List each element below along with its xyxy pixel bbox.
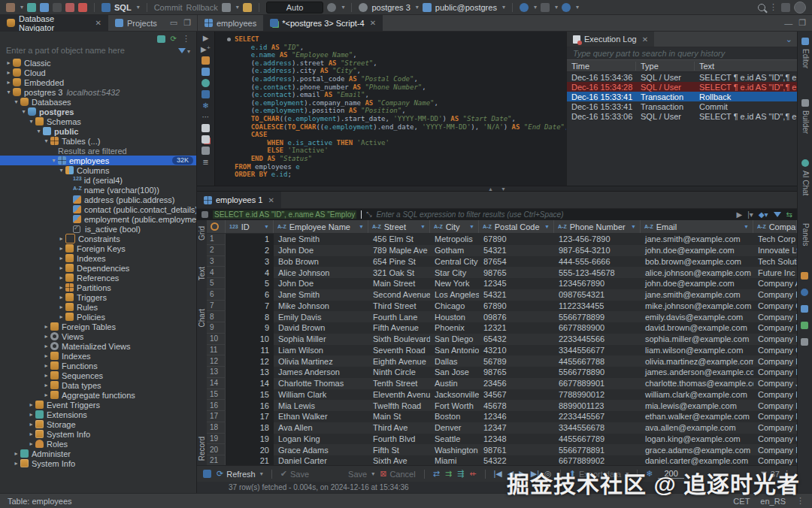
tree-item-results-are-filtered[interactable]: Results are filtered xyxy=(0,146,196,156)
tab-employees-editor[interactable]: employees xyxy=(198,15,263,31)
kebab-menu-icon[interactable]: ⋮ xyxy=(796,496,804,506)
cell-id[interactable]: 9 xyxy=(226,322,274,334)
log-row[interactable]: Dec-16 15:33:41TransactionRollback xyxy=(567,92,797,101)
cell-phone-number[interactable]: 123-456-7890 xyxy=(554,234,641,245)
tree-item-event-triggers[interactable]: ▸Event Triggers xyxy=(0,400,196,410)
filter-icon[interactable] xyxy=(774,212,781,217)
tab-script-4[interactable]: *<postgres 3> Script-4 ✕ xyxy=(263,15,383,31)
cell-postal-code[interactable]: 12321 xyxy=(479,322,554,334)
cell-email[interactable]: bob.brown@example.com xyxy=(641,256,753,268)
table-row[interactable]: 11Jane Smith456 Elm StMetropolis67890123… xyxy=(207,234,797,245)
column-header-postal-code[interactable]: A-ZPostal Code▼ xyxy=(479,220,554,233)
chevron-down-icon[interactable]: ▾ xyxy=(35,128,43,135)
chevron-right-icon[interactable]: ▸ xyxy=(57,265,65,271)
chevron-right-icon[interactable]: ▸ xyxy=(27,431,35,437)
chevron-right-icon[interactable]: ▸ xyxy=(12,460,20,467)
collapse-down-icon[interactable]: ▼ xyxy=(501,186,506,192)
row-number[interactable]: 2 xyxy=(207,245,226,256)
more-icon[interactable]: ⋯ xyxy=(202,113,210,121)
row-number[interactable]: 4 xyxy=(207,267,226,278)
column-header-phone-number[interactable]: A-ZPhone Number▼ xyxy=(554,220,641,233)
db-doc-icon[interactable] xyxy=(201,147,210,155)
cell-id[interactable]: 6 xyxy=(226,289,274,301)
chevron-right-icon[interactable]: ▸ xyxy=(27,440,35,447)
cell-id[interactable]: 20 xyxy=(226,444,274,455)
tree-item-classic[interactable]: ▸Classic xyxy=(0,58,196,68)
column-header-id[interactable]: 123ID▼ xyxy=(226,220,274,233)
chevron-right-icon[interactable]: ▸ xyxy=(42,323,50,330)
cell-postal-code[interactable]: 54321 xyxy=(479,245,554,256)
cell-city[interactable]: San Jose xyxy=(430,367,479,378)
table-row[interactable]: 2121Daniel CarterSixth AveMiami543226677… xyxy=(207,455,797,465)
row-number[interactable]: 1 xyxy=(207,234,226,245)
expand-icon[interactable]: ⤡ xyxy=(366,210,371,219)
cell-postal-code[interactable]: 12347 xyxy=(479,422,554,434)
cell-street[interactable]: Fourth Blvd xyxy=(368,434,430,445)
cell-id[interactable]: 18 xyxy=(226,422,274,434)
chevron-right-icon[interactable]: ▸ xyxy=(27,401,35,408)
cell-id[interactable]: 7 xyxy=(226,301,274,312)
tree-item-tables[interactable]: ▾Tables (...) xyxy=(0,136,196,146)
cell-email[interactable]: liam.wilson@example.com xyxy=(641,345,753,356)
cell-employee-name[interactable]: William Clark xyxy=(274,389,368,401)
cell-email[interactable]: daniel.carter@example.com xyxy=(641,455,753,465)
chevron-right-icon[interactable]: ▸ xyxy=(42,362,50,369)
cell-postal-code[interactable]: 34567 xyxy=(479,389,554,401)
tree-item-sequences[interactable]: ▸Sequences xyxy=(0,370,196,380)
cell-id[interactable]: 4 xyxy=(226,267,274,278)
rail-tab-editor[interactable]: Editor xyxy=(798,38,812,68)
tree-item-partitions[interactable]: ▸Partitions xyxy=(0,283,196,292)
cell-street[interactable]: Main Street xyxy=(368,278,430,289)
panel-chart-icon[interactable] xyxy=(801,322,808,329)
cell-id[interactable]: 17 xyxy=(226,411,274,422)
export-doc-icon[interactable] xyxy=(201,124,210,132)
cell-email[interactable]: david.brown@example.com xyxy=(641,322,753,334)
row-number[interactable]: 19 xyxy=(207,434,226,445)
sql-code[interactable]: SELECT e.id AS "ID", e.name AS "Employee… xyxy=(235,35,568,179)
row-number[interactable]: 9 xyxy=(207,322,226,334)
connection-select[interactable]: postgres 3 xyxy=(371,3,410,12)
tree-item-employment-public-employment[interactable]: employment (public.employment_ xyxy=(0,214,196,224)
cell-company[interactable]: Tech Corp xyxy=(753,234,797,245)
cell-employee-name[interactable]: Logan King xyxy=(274,434,368,445)
tree-item-dependencies[interactable]: ▸Dependencies xyxy=(0,263,196,273)
panel-layout-icon[interactable] xyxy=(801,338,808,346)
row-number[interactable]: 11 xyxy=(207,345,226,356)
sql-dialect-button[interactable]: SQL xyxy=(114,3,132,12)
table-row[interactable]: 2020Grace AdamsFifth StWashington9876155… xyxy=(207,444,797,455)
cell-employee-name[interactable]: Ethan Walker xyxy=(274,411,368,422)
sessions-icon[interactable] xyxy=(65,3,74,12)
sort-icon[interactable]: ▼ xyxy=(359,224,364,229)
cell-street[interactable]: 789 Maple Ave xyxy=(368,245,430,256)
cell-city[interactable]: Austin xyxy=(430,378,479,389)
cell-phone-number[interactable]: 5566778891 xyxy=(554,444,641,455)
next-page-icon[interactable]: ▶ xyxy=(519,469,525,479)
cell-company[interactable]: Company E xyxy=(753,322,797,334)
cell-phone-number[interactable]: 1122334455 xyxy=(554,301,641,312)
cell-postal-code[interactable]: 67890 xyxy=(479,301,554,312)
cell-phone-number[interactable]: 1234567890 xyxy=(554,278,641,289)
tree-item-references[interactable]: ▸References xyxy=(0,273,196,283)
cell-company[interactable]: Company F xyxy=(753,334,797,345)
log-col-text[interactable]: Text xyxy=(695,62,797,71)
tree-item-storage[interactable]: ▸Storage xyxy=(0,419,196,429)
tree-item-triggers[interactable]: ▸Triggers xyxy=(0,292,196,302)
sort-icon[interactable]: ▼ xyxy=(744,224,749,229)
cell-street[interactable]: Third Ave xyxy=(368,422,430,434)
cell-phone-number[interactable]: 0987654321 xyxy=(554,289,641,301)
cell-employee-name[interactable]: Daniel Carter xyxy=(274,455,368,465)
reload-arrows-icon[interactable]: ⇆ xyxy=(786,210,792,219)
cell-street[interactable]: 654 Pine St xyxy=(368,256,430,268)
cell-phone-number[interactable]: 8899001123 xyxy=(554,400,641,411)
sort-icon[interactable]: ▼ xyxy=(469,224,474,229)
tx-mode-select[interactable]: Auto xyxy=(266,2,324,14)
table-row[interactable]: 22John Doe789 Maple AveGotham54321987-65… xyxy=(207,245,797,256)
log-row[interactable]: Dec-16 15:33:06SQL / UserSELECT ¶ e.id A… xyxy=(567,111,797,121)
cell-employee-name[interactable]: Bob Brown xyxy=(274,256,368,268)
chevron-right-icon[interactable]: ▸ xyxy=(5,59,13,66)
tree-item-postgres-3[interactable]: ▾postgres 3localhost:5432 xyxy=(0,87,196,97)
cell-company[interactable]: Company H xyxy=(753,355,797,367)
cell-phone-number[interactable]: 987-654-3210 xyxy=(554,245,641,256)
kebab-menu-icon[interactable]: ⋮ xyxy=(783,469,791,479)
panel-target-icon[interactable] xyxy=(801,289,808,296)
